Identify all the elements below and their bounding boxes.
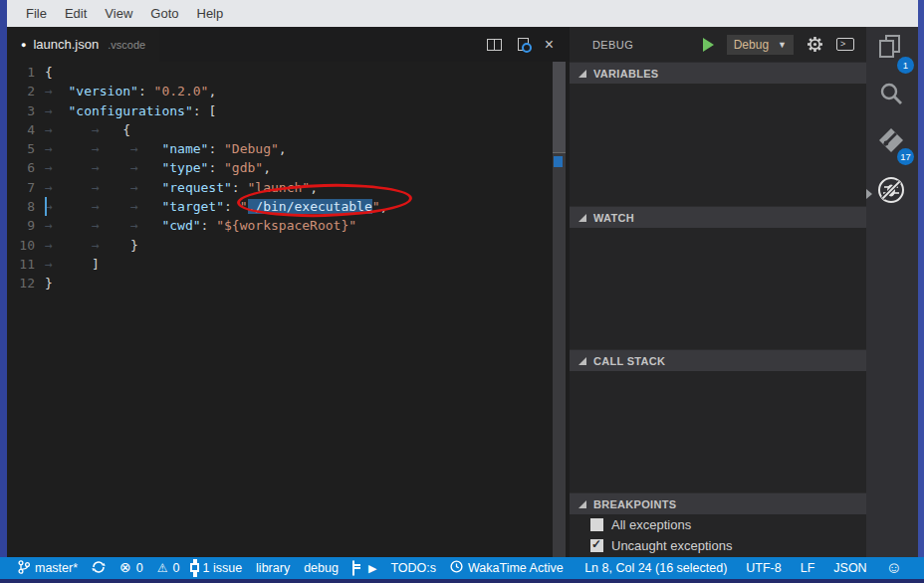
activity-item-debug[interactable] xyxy=(877,176,907,210)
menu-item-goto[interactable]: Goto xyxy=(141,6,187,21)
menu-item-file[interactable]: File xyxy=(17,6,56,21)
status-encoding[interactable]: UTF-8 xyxy=(746,561,781,575)
code-token: , xyxy=(263,160,271,175)
code-token: , xyxy=(208,84,216,98)
line-number: 12 xyxy=(7,274,45,292)
status-label: master* xyxy=(35,561,78,575)
start-debug-icon[interactable] xyxy=(703,38,714,52)
line-number: 6 xyxy=(7,158,45,177)
error-icon: ⊗ xyxy=(119,561,131,575)
debug-configuration-dropdown[interactable]: Debug ▼ xyxy=(727,35,794,55)
section-body-breakpoints: All exceptionsUncaught exceptions xyxy=(570,514,866,556)
activity-item-explorer[interactable]: 1 xyxy=(877,35,907,69)
open-preview-icon[interactable] xyxy=(518,38,529,51)
code-token: , xyxy=(310,180,318,195)
selection-overview-marker xyxy=(554,156,563,167)
tab-folder-label: .vscode xyxy=(108,39,145,51)
checkbox-uncaught-exceptions[interactable] xyxy=(590,539,603,552)
menu-item-edit[interactable]: Edit xyxy=(56,6,96,21)
status-warnings[interactable]: ⚠0 xyxy=(157,561,180,575)
section-header-variables[interactable]: VARIABLES xyxy=(570,62,866,84)
code-token: : xyxy=(232,180,248,195)
code-line-6: 6→ → → "type": "gdb", xyxy=(7,158,570,177)
status-cursor-position[interactable]: Ln 8, Col 24 (16 selected) xyxy=(584,561,727,575)
code-token: : xyxy=(208,160,224,175)
code-token: "gdb" xyxy=(224,160,263,175)
breakpoint-row[interactable]: Uncaught exceptions xyxy=(570,535,866,556)
branch-icon xyxy=(18,560,30,577)
scrollbar-thumb[interactable] xyxy=(553,62,566,153)
status-errors[interactable]: ⊗0 xyxy=(119,561,143,575)
status-run[interactable]: ▶ xyxy=(368,561,376,575)
editor-scrollbar[interactable] xyxy=(553,62,566,557)
files-icon-front xyxy=(879,40,894,58)
activity-item-search[interactable] xyxy=(877,80,907,113)
code-token: { xyxy=(45,65,53,80)
selected-text: ./bin/executable xyxy=(248,199,372,214)
section-body-stack xyxy=(570,371,866,492)
breakpoint-row[interactable]: All exceptions xyxy=(570,514,866,535)
menu-bar: FileEditViewGotoHelp xyxy=(0,0,924,27)
line-number: 7 xyxy=(7,178,45,197)
section-body-watch xyxy=(570,228,866,349)
code-line-12: 12} xyxy=(7,274,570,292)
whitespace-arrows-icon: → xyxy=(45,103,68,118)
code-editor[interactable]: 1{2→ "version": "0.2.0",3→ "configuratio… xyxy=(7,62,570,293)
code-line-9: 9→ → → "cwd": "${workspaceRoot}" xyxy=(7,216,570,235)
status-issues[interactable]: 1 issue xyxy=(193,561,242,575)
debug-console-icon[interactable]: > xyxy=(836,38,854,51)
code-token: : xyxy=(193,103,209,118)
split-editor-icon[interactable] xyxy=(487,39,502,51)
collapse-triangle-icon xyxy=(578,357,586,365)
whitespace-arrows-icon: → → → xyxy=(45,180,161,195)
status-todos[interactable]: TODO:s xyxy=(390,561,436,575)
line-number: 8 xyxy=(7,197,45,216)
status-wakatime[interactable]: WakaTime Active xyxy=(450,560,564,576)
code-line-8: 8→ → → "target": "./bin/executable", xyxy=(7,197,570,216)
code-token: "0.2.0" xyxy=(154,84,209,98)
menu-item-view[interactable]: View xyxy=(96,6,141,21)
section-header-breakpoints[interactable]: BREAKPOINTS xyxy=(570,492,866,514)
section-header-stack[interactable]: CALL STACK xyxy=(570,349,866,371)
collapse-triangle-icon xyxy=(578,214,586,222)
section-header-watch[interactable]: WATCH xyxy=(570,206,866,228)
code-line-10: 10→ → } xyxy=(7,236,570,255)
code-token: "cwd" xyxy=(161,218,200,233)
status-library[interactable]: library xyxy=(256,561,290,575)
search-icon xyxy=(877,94,905,110)
status-debug[interactable]: debug xyxy=(304,561,339,575)
line-number: 4 xyxy=(7,120,45,139)
code-line-4: 4→ → { xyxy=(7,120,570,139)
collapse-triangle-icon xyxy=(578,500,586,508)
activity-bar: 117 xyxy=(866,27,918,557)
debug-sidebar: DEBUG Debug ▼ > VARIABLESWATCHCALL STACK… xyxy=(570,27,866,557)
line-number: 10 xyxy=(7,236,45,255)
tab-launch-json[interactable]: ● launch.json .vscode xyxy=(7,27,159,62)
menu-item-help[interactable]: Help xyxy=(188,6,233,21)
status-sync[interactable] xyxy=(92,560,106,577)
status-git-branch[interactable]: master* xyxy=(18,560,78,577)
section-label: CALL STACK xyxy=(593,355,665,367)
smiley-icon: ☺ xyxy=(886,561,902,576)
activity-item-git[interactable]: 17 xyxy=(877,126,907,160)
status-feedback[interactable]: ☺ xyxy=(886,561,902,576)
tab-filename: launch.json xyxy=(33,37,99,52)
warning-icon: ⚠ xyxy=(157,561,168,575)
editor-group: ● launch.json .vscode × 1{2→ "version": … xyxy=(7,27,570,557)
breakpoint-label: Uncaught exceptions xyxy=(611,538,732,553)
checkbox-all-exceptions[interactable] xyxy=(590,518,603,531)
code-token: "name" xyxy=(161,141,208,156)
line-number: 9 xyxy=(7,216,45,235)
close-icon[interactable]: × xyxy=(545,38,554,52)
code-token: } xyxy=(130,238,138,253)
status-eol[interactable]: LF xyxy=(801,561,815,575)
code-line-7: 7→ → → "request": "launch", xyxy=(7,178,570,197)
code-token: : xyxy=(224,199,240,214)
status-language-mode[interactable]: JSON xyxy=(833,561,866,575)
gear-icon[interactable] xyxy=(807,36,823,53)
window-border-left xyxy=(0,0,7,583)
status-notebook[interactable] xyxy=(352,561,354,575)
status-label: TODO:s xyxy=(390,561,436,575)
issues-icon xyxy=(193,561,197,575)
status-label: 1 issue xyxy=(202,561,242,575)
